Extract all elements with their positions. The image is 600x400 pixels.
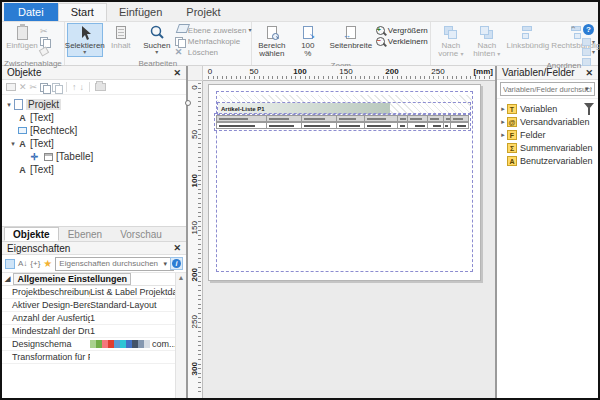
design-canvas[interactable]: 0 50 100 150 200 250 [mm] 0 50 100 150 2…: [188, 66, 495, 398]
tree-item-summenvariablen[interactable]: Σ Summenvariablen: [499, 141, 596, 154]
magnifier-icon: [272, 33, 279, 40]
group-zoom: Bereich wählen ↘ 100 % ↔ Seitenbreite + …: [252, 22, 431, 65]
expression-icon[interactable]: {+}: [30, 259, 40, 268]
workspace[interactable]: Artikel-Liste P1: [203, 81, 495, 398]
delete-button[interactable]: ✕ Löschen: [175, 47, 249, 57]
collapse-icon[interactable]: ▾: [8, 140, 18, 148]
variables-search-input[interactable]: [500, 82, 595, 96]
tab-datei[interactable]: Datei: [4, 3, 58, 21]
zoom-in-button[interactable]: + Vergrößern: [376, 25, 428, 35]
collapse-ribbon-button[interactable]: ⌃: [569, 25, 577, 35]
zoom-100-button[interactable]: ↘ 100 %: [290, 23, 326, 60]
copy-button[interactable]: [40, 36, 53, 46]
zoom-out-button[interactable]: − Verkleinern: [376, 36, 428, 46]
rectangle-object-icon: [18, 127, 27, 134]
right-dock: Variablen/Felder ✕ ▾ ▸ T Variablen ▸ @ V…: [495, 66, 598, 398]
scroll-up-icon[interactable]: ▲: [176, 273, 186, 283]
properties-panel-title: Eigenschaften ✕: [2, 241, 186, 255]
send-back-button[interactable]: Nach hinten ▾: [469, 23, 505, 60]
properties-toolbar: A↓ {+} ★ ▾ i: [2, 255, 186, 273]
tab-objekte[interactable]: Objekte: [4, 227, 59, 241]
tab-start[interactable]: Start: [58, 3, 107, 21]
content-button[interactable]: Inhalt: [103, 23, 139, 52]
tab-ebenen[interactable]: Ebenen: [59, 227, 111, 241]
left-dock: Objekte ✕ ✕ ✂ ↑ ↓ ▾ Projekt: [2, 66, 188, 398]
edit-object-icon[interactable]: [6, 83, 16, 91]
collapse-icon[interactable]: ▾: [4, 101, 14, 109]
tree-item-rechteck[interactable]: [Rechteck]: [4, 124, 184, 137]
user-variables-icon: A: [507, 156, 517, 166]
property-row[interactable]: Projektbeschreibung List & Label Projekt…: [2, 286, 186, 299]
link-anchor-icon: ✛: [30, 152, 39, 162]
tree-item-benutzervariablen[interactable]: A Benutzervariablen: [499, 154, 596, 167]
filter-icon[interactable]: [584, 103, 594, 109]
property-row[interactable]: Anzahl der Ausfertigu... 1: [2, 312, 186, 325]
tree-item-text3[interactable]: A [Text]: [4, 163, 184, 176]
property-row[interactable]: Transformation für Prä...: [2, 351, 186, 364]
sort-icon[interactable]: A↓: [18, 259, 27, 268]
info-button[interactable]: i: [170, 257, 183, 270]
tree-item-projekt[interactable]: ▾ Projekt: [4, 98, 184, 111]
move-down-icon[interactable]: ↓: [80, 81, 85, 93]
format-painter-button[interactable]: [40, 47, 53, 57]
cut-object-icon[interactable]: ✂: [30, 81, 38, 93]
horizontal-ruler: 0 50 100 150 200 250 [mm]: [203, 66, 495, 81]
property-row-designschema[interactable]: Designschema: [2, 338, 186, 351]
paste-button[interactable]: Einfügen: [4, 23, 40, 52]
properties-search-input[interactable]: [55, 257, 174, 271]
zoom-region-button[interactable]: Bereich wählen: [254, 23, 290, 60]
report-table-object[interactable]: [216, 115, 469, 129]
select-button[interactable]: Selektieren ▾: [67, 23, 103, 57]
align-left-icon: [519, 25, 537, 41]
variables-search-row: ▾: [497, 80, 598, 99]
copy-object-icon[interactable]: [40, 83, 49, 92]
tree-item-text[interactable]: A [Text]: [4, 111, 184, 124]
help-button[interactable]: ?: [583, 24, 594, 35]
variables-icon: T: [507, 104, 517, 114]
move-up-icon[interactable]: ↑: [72, 81, 77, 93]
properties-scrollbar[interactable]: ▲: [175, 273, 186, 398]
same-size-button[interactable]: [582, 58, 595, 66]
same-width-icon: [582, 38, 591, 46]
tab-einfuegen[interactable]: Einfügen: [107, 4, 174, 21]
dock-tabs: Objekte Ebenen Vorschau: [2, 226, 186, 241]
multicopy-icon: [175, 37, 186, 46]
search-button[interactable]: Suchen ▾: [139, 23, 175, 57]
expand-icon[interactable]: ▸: [499, 118, 507, 126]
cut-button[interactable]: ✂: [40, 25, 53, 35]
design-scheme-swatches: [90, 340, 150, 348]
tree-item-tabelle[interactable]: ✛ [Tabelle]: [4, 150, 184, 163]
property-row[interactable]: Aktiver Design-Bereich Standard-Layout: [2, 299, 186, 312]
tree-item-versandvariablen[interactable]: ▸ @ Versandvariablen: [499, 115, 596, 128]
folder-icon[interactable]: [95, 83, 106, 91]
expand-icon[interactable]: ▸: [499, 105, 507, 113]
tab-projekt[interactable]: Projekt: [174, 4, 232, 21]
assign-layer-button[interactable]: Ebene zuweisen ▾: [175, 25, 249, 35]
property-group-header[interactable]: ◢Allgemeine Einstellungen: [2, 273, 186, 286]
delete-object-icon[interactable]: ✕: [19, 81, 27, 93]
paste-object-icon[interactable]: [52, 83, 61, 92]
tree-item-felder[interactable]: ▸ F Felder: [499, 128, 596, 141]
cursor-arrow-icon: [76, 25, 94, 41]
same-width-button[interactable]: ▾: [582, 38, 595, 46]
tab-vorschau[interactable]: Vorschau: [111, 227, 171, 241]
ribbon-tab-bar: Datei Start Einfügen Projekt: [2, 2, 598, 22]
expand-icon[interactable]: ▸: [499, 131, 507, 139]
report-page[interactable]: Artikel-Liste P1: [208, 84, 481, 281]
multicopy-button[interactable]: Mehrfachkopie: [175, 36, 249, 46]
bring-front-button[interactable]: Nach vorne ▾: [433, 23, 469, 60]
close-icon[interactable]: ✕: [173, 243, 181, 253]
report-title-text[interactable]: Artikel-Liste P1: [218, 103, 390, 114]
property-row[interactable]: Mindestzahl der Druck... 1: [2, 325, 186, 338]
same-height-button[interactable]: ▾: [582, 48, 595, 56]
vertical-ruler: 0 50 100 150 200 250 300: [188, 81, 203, 398]
variables-tree: ▸ T Variablen ▸ @ Versandvariablen ▸ F F…: [497, 99, 598, 398]
page-width-button[interactable]: ↔ Seitenbreite: [326, 23, 376, 52]
favorites-icon[interactable]: ★: [43, 258, 52, 269]
tree-item-text2[interactable]: ▾ A [Text]: [4, 137, 184, 150]
send-back-icon: [478, 25, 496, 41]
info-icon: i: [172, 259, 181, 268]
tree-item-variablen[interactable]: ▸ T Variablen: [499, 102, 596, 115]
align-left-button[interactable]: Linksbündig: [505, 23, 551, 52]
categorized-view-icon[interactable]: [5, 259, 15, 269]
